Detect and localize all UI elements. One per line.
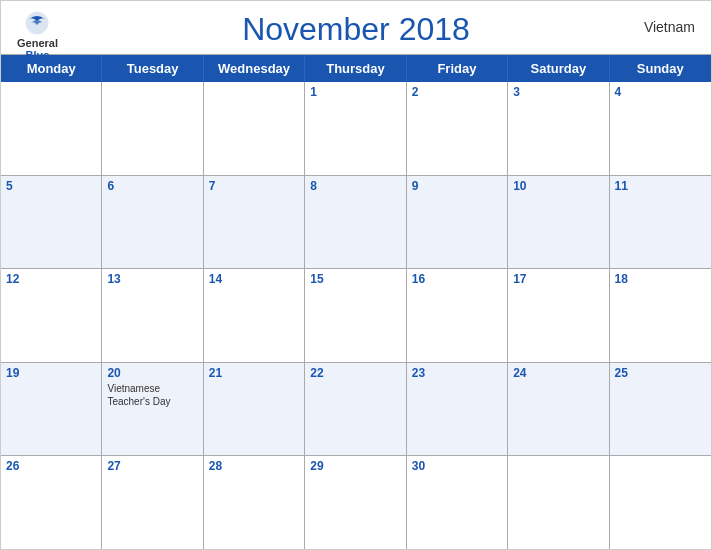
calendar-cell: 18 bbox=[610, 269, 711, 362]
calendar-cell bbox=[1, 82, 102, 175]
calendar-cell: 11 bbox=[610, 176, 711, 269]
calendar-cell: 1 bbox=[305, 82, 406, 175]
cell-day-number: 30 bbox=[412, 459, 502, 473]
day-header-sunday: Sunday bbox=[610, 55, 711, 82]
cell-day-number: 15 bbox=[310, 272, 400, 286]
cell-day-number: 2 bbox=[412, 85, 502, 99]
calendar-cell: 20Vietnamese Teacher's Day bbox=[102, 363, 203, 456]
calendar-cell: 16 bbox=[407, 269, 508, 362]
cell-day-number: 20 bbox=[107, 366, 197, 380]
calendar-cell bbox=[102, 82, 203, 175]
logo-general-text: General bbox=[17, 37, 58, 49]
day-header-friday: Friday bbox=[407, 55, 508, 82]
cell-day-number: 5 bbox=[6, 179, 96, 193]
calendar-week-4: 1920Vietnamese Teacher's Day2122232425 bbox=[1, 363, 711, 457]
month-title: November 2018 bbox=[242, 11, 470, 48]
calendar-week-3: 12131415161718 bbox=[1, 269, 711, 363]
calendar-cell: 5 bbox=[1, 176, 102, 269]
calendar-cell: 22 bbox=[305, 363, 406, 456]
cell-day-number: 21 bbox=[209, 366, 299, 380]
calendar-cell: 12 bbox=[1, 269, 102, 362]
cell-day-number: 11 bbox=[615, 179, 706, 193]
cell-day-number: 9 bbox=[412, 179, 502, 193]
calendar-cell: 2 bbox=[407, 82, 508, 175]
cell-day-number: 23 bbox=[412, 366, 502, 380]
cell-day-number: 10 bbox=[513, 179, 603, 193]
cell-day-number: 1 bbox=[310, 85, 400, 99]
cell-day-number: 13 bbox=[107, 272, 197, 286]
day-header-thursday: Thursday bbox=[305, 55, 406, 82]
calendar-cell: 19 bbox=[1, 363, 102, 456]
calendar-cell: 30 bbox=[407, 456, 508, 549]
country-label: Vietnam bbox=[644, 19, 695, 35]
calendar-cell: 27 bbox=[102, 456, 203, 549]
calendar-cell: 28 bbox=[204, 456, 305, 549]
cell-day-number: 18 bbox=[615, 272, 706, 286]
calendar-cell: 25 bbox=[610, 363, 711, 456]
calendar-cell: 4 bbox=[610, 82, 711, 175]
calendar-week-1: 1234 bbox=[1, 82, 711, 176]
cell-day-number: 24 bbox=[513, 366, 603, 380]
calendar-cell bbox=[204, 82, 305, 175]
cell-day-number: 27 bbox=[107, 459, 197, 473]
calendar-cell: 13 bbox=[102, 269, 203, 362]
day-header-tuesday: Tuesday bbox=[102, 55, 203, 82]
cell-day-number: 28 bbox=[209, 459, 299, 473]
cell-day-number: 29 bbox=[310, 459, 400, 473]
cell-day-number: 7 bbox=[209, 179, 299, 193]
cell-day-number: 14 bbox=[209, 272, 299, 286]
cell-day-number: 12 bbox=[6, 272, 96, 286]
day-headers: MondayTuesdayWednesdayThursdayFridaySatu… bbox=[1, 55, 711, 82]
day-header-wednesday: Wednesday bbox=[204, 55, 305, 82]
logo-blue-text: Blue bbox=[26, 49, 50, 61]
cell-day-number: 4 bbox=[615, 85, 706, 99]
calendar-cell: 17 bbox=[508, 269, 609, 362]
calendar-cell: 15 bbox=[305, 269, 406, 362]
logo-area: General Blue bbox=[17, 9, 58, 61]
calendar-cell bbox=[508, 456, 609, 549]
calendar-week-5: 2627282930 bbox=[1, 456, 711, 549]
cell-day-number: 25 bbox=[615, 366, 706, 380]
calendar-cell: 6 bbox=[102, 176, 203, 269]
cell-day-number: 6 bbox=[107, 179, 197, 193]
cell-event: Vietnamese Teacher's Day bbox=[107, 382, 197, 408]
cell-day-number: 19 bbox=[6, 366, 96, 380]
cell-day-number: 8 bbox=[310, 179, 400, 193]
calendar-week-2: 567891011 bbox=[1, 176, 711, 270]
calendar-cell: 9 bbox=[407, 176, 508, 269]
calendar-cell: 24 bbox=[508, 363, 609, 456]
cell-day-number: 16 bbox=[412, 272, 502, 286]
calendar-container: General Blue November 2018 Vietnam Monda… bbox=[0, 0, 712, 550]
calendar-cell: 29 bbox=[305, 456, 406, 549]
day-header-saturday: Saturday bbox=[508, 55, 609, 82]
cell-day-number: 17 bbox=[513, 272, 603, 286]
calendar-cell: 23 bbox=[407, 363, 508, 456]
calendar-cell: 26 bbox=[1, 456, 102, 549]
calendar-grid: MondayTuesdayWednesdayThursdayFridaySatu… bbox=[1, 54, 711, 549]
cell-day-number: 26 bbox=[6, 459, 96, 473]
logo-icon bbox=[19, 9, 55, 37]
calendar-header: General Blue November 2018 Vietnam bbox=[1, 1, 711, 54]
cell-day-number: 3 bbox=[513, 85, 603, 99]
calendar-cell bbox=[610, 456, 711, 549]
calendar-cell: 10 bbox=[508, 176, 609, 269]
calendar-cell: 7 bbox=[204, 176, 305, 269]
cell-day-number: 22 bbox=[310, 366, 400, 380]
calendar-cell: 3 bbox=[508, 82, 609, 175]
calendar-body: 1234567891011121314151617181920Vietnames… bbox=[1, 82, 711, 549]
calendar-cell: 8 bbox=[305, 176, 406, 269]
calendar-cell: 21 bbox=[204, 363, 305, 456]
calendar-cell: 14 bbox=[204, 269, 305, 362]
